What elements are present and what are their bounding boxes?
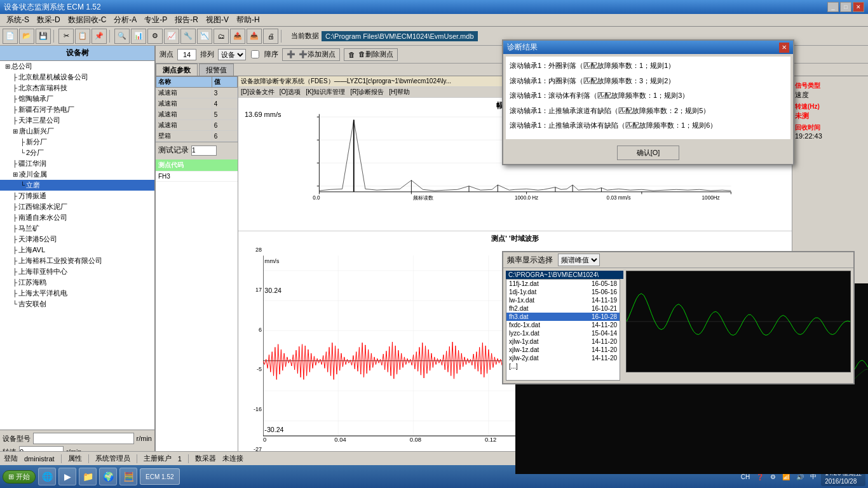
start-button[interactable]: ⊞ 开始 <box>3 470 36 484</box>
measure-row-3[interactable]: 减速箱 6 <box>156 120 238 131</box>
taskbar-btn-4[interactable]: 🧮 <box>119 468 137 485</box>
taskbar-btn-1[interactable]: ▶ <box>58 468 76 485</box>
tree-item-3[interactable]: ├新疆石河子热电厂 <box>0 104 154 115</box>
tb-btn11[interactable]: 🗂 <box>214 29 229 44</box>
measure-row-1[interactable]: 减速箱 4 <box>156 98 238 109</box>
freq-file-6[interactable]: lyzc-1x.dat 15-04-14 <box>506 329 620 337</box>
fdes-menu-3[interactable]: [R]诊断报告 <box>350 88 384 97</box>
tab-alarm[interactable]: 报警值 <box>199 64 234 76</box>
new-button[interactable]: 📄 <box>3 29 18 44</box>
tray-network[interactable]: 📶 <box>780 473 792 480</box>
tree-item-18[interactable]: ├江苏海鸥 <box>0 277 154 288</box>
tree-item-15[interactable]: ├上海AVL <box>0 245 154 255</box>
freq-file-4[interactable]: fh3.dat 16-10-28 <box>506 313 620 321</box>
fdes-menu-0[interactable]: [D]设备文件 <box>241 88 275 97</box>
tb-btn9[interactable]: 🔧 <box>180 29 196 44</box>
freq-file-1[interactable]: 1dj-1y.dat 15-06-16 <box>506 288 620 296</box>
tree-item-4[interactable]: ├天津三星公司 <box>0 115 154 126</box>
device-tree[interactable]: ⊞总公司 ├北京航星机械设备公司 ├北京杰富瑞科技 ├馆陶轴承厂 ├新疆石河子热… <box>0 61 154 430</box>
tb-btn14[interactable]: 🖨 <box>263 29 278 44</box>
maximize-button[interactable]: □ <box>840 2 851 12</box>
fdes-menu-1[interactable]: [O]选项 <box>280 88 301 97</box>
close-button[interactable]: ✕ <box>853 2 864 12</box>
point-item-fh3[interactable]: FH3 <box>156 172 238 182</box>
menu-help[interactable]: 帮助-H <box>233 14 264 26</box>
freq-file-7[interactable]: xjlw-1y.dat 14-11-20 <box>506 337 620 346</box>
measure-row-0[interactable]: 减速箱 3 <box>156 88 238 98</box>
tree-item-13[interactable]: ├马兰矿 <box>0 223 154 234</box>
measure-row-4[interactable]: 壁箱 6 <box>156 131 238 142</box>
tree-item-limo[interactable]: └立磨 <box>0 180 154 191</box>
tb-btn4[interactable]: 📌 <box>92 29 107 44</box>
tray-ch[interactable]: CH <box>739 473 752 480</box>
tree-item-0[interactable]: ├北京航星机械设备公司 <box>0 72 154 83</box>
tree-item-14[interactable]: ├天津港5公司 <box>0 234 154 245</box>
tree-item-16[interactable]: ├上海裕科工业投资有限公司 <box>0 255 154 266</box>
diagnosis-close-button[interactable]: ✕ <box>779 43 789 53</box>
taskbar-btn-0[interactable]: 🌐 <box>38 468 56 485</box>
freq-file-2[interactable]: lw-1x.dat 14-11-19 <box>506 296 620 304</box>
device-type-input[interactable] <box>33 433 134 444</box>
tree-item-20[interactable]: └吉安联创 <box>0 299 154 309</box>
tb-btn5[interactable]: 🔍 <box>114 29 130 44</box>
records-input[interactable] <box>191 146 217 156</box>
tray-volume[interactable]: 🔊 <box>794 473 806 480</box>
tb-btn10[interactable]: 📉 <box>197 29 212 44</box>
minimize-button[interactable]: _ <box>827 2 839 12</box>
tree-item-11[interactable]: ├江西锦溪水泥厂 <box>0 201 154 212</box>
taskbar-btn-2[interactable]: 📁 <box>79 468 97 485</box>
tray-help[interactable]: ❓ <box>754 473 766 480</box>
menu-analysis[interactable]: 分析-A <box>110 14 140 26</box>
tree-item-1[interactable]: ├北京杰富瑞科技 <box>0 83 154 93</box>
tb-btn13[interactable]: 📥 <box>247 29 262 44</box>
tree-item-7[interactable]: └2分厂 <box>0 147 154 158</box>
freq-file-9[interactable]: xjlw-2y.dat 14-11-20 <box>506 354 620 362</box>
taskbar-btn-3[interactable]: 🌍 <box>99 468 117 485</box>
tb-btn8[interactable]: 📈 <box>164 29 179 44</box>
menu-dataretrieve[interactable]: 数据回收-C <box>64 14 111 26</box>
tb-btn3[interactable]: 📋 <box>75 29 90 44</box>
tree-item-19[interactable]: ├上海太平洋机电 <box>0 288 154 299</box>
tree-item-8[interactable]: ├疆江华润 <box>0 158 154 169</box>
tree-item-5[interactable]: ⊞唐山新兴厂 <box>0 126 154 137</box>
tray-settings[interactable]: ⚙ <box>768 473 778 480</box>
open-button[interactable]: 📂 <box>19 29 34 44</box>
measure-row-2[interactable]: 减速箱 5 <box>156 109 238 120</box>
menu-datacol[interactable]: 数采-D <box>33 14 64 26</box>
point-item-code[interactable]: 测点代码 <box>156 159 238 172</box>
freq-file-0[interactable]: 11fj-1z.dat 16-05-18 <box>506 280 620 288</box>
point-number-input[interactable] <box>177 49 196 60</box>
add-point-button[interactable]: ➕ ➕添加测点 <box>282 48 340 61</box>
tree-item-12[interactable]: ├南通自来水公司 <box>0 212 154 223</box>
freq-file-10[interactable]: [...] <box>506 362 620 370</box>
tb-btn12[interactable]: 📤 <box>230 29 245 44</box>
tree-item-10[interactable]: ├万博振通 <box>0 191 154 201</box>
tb-btn2[interactable]: ✂ <box>58 29 74 44</box>
menu-system[interactable]: 系统-S <box>3 14 33 26</box>
tree-item-general[interactable]: ⊞总公司 <box>0 61 154 72</box>
freq-file-8[interactable]: xjlw-1z.dat 14-11-20 <box>506 346 620 354</box>
tree-item-9[interactable]: ⊞凌川金属 <box>0 169 154 180</box>
add-icon: ➕ <box>287 50 295 58</box>
sort-select[interactable]: 设备 <box>218 49 246 60</box>
freq-file-list[interactable]: 11fj-1z.dat 16-05-18 1dj-1y.dat 15-06-16… <box>506 279 620 381</box>
menu-special[interactable]: 专业-P <box>140 14 171 26</box>
menu-report[interactable]: 报告-R <box>171 14 202 26</box>
diagnosis-confirm-button[interactable]: 确认[O] <box>617 146 680 160</box>
tree-item-2[interactable]: ├馆陶轴承厂 <box>0 93 154 104</box>
menu-view[interactable]: 视图-V <box>202 14 233 26</box>
save-button[interactable]: 💾 <box>36 29 51 44</box>
tree-item-17[interactable]: ├上海菲亚特中心 <box>0 266 154 277</box>
freq-file-5[interactable]: fxdc-1x.dat 14-11-20 <box>506 321 620 329</box>
fdes-menu-2[interactable]: [K]知识库管理 <box>306 88 345 97</box>
tb-btn7[interactable]: ⚙ <box>147 29 163 44</box>
tab-point-params[interactable]: 测点参数 <box>156 64 198 76</box>
fdes-menu-4[interactable]: [H]帮助 <box>389 88 410 97</box>
freq-file-3[interactable]: fh2.dat 16-10-21 <box>506 304 620 313</box>
fault-checkbox[interactable] <box>251 50 259 58</box>
tree-item-6[interactable]: ├新分厂 <box>0 137 154 147</box>
delete-point-button[interactable]: 🗑 🗑删除测点 <box>344 48 398 61</box>
tb-btn6[interactable]: 📊 <box>131 29 146 44</box>
taskbar-app-ecm[interactable]: ECM 1.52 <box>140 468 179 485</box>
freq-select[interactable]: 频谱峰值 全频谱 细化谱 <box>558 254 600 266</box>
